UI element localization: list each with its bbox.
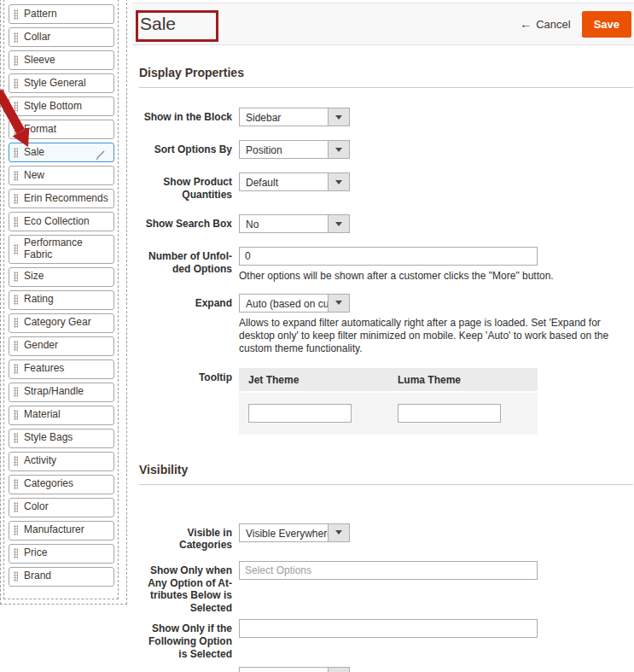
field-control: Sidebar: [232, 108, 633, 126]
select-arrow-button[interactable]: [328, 215, 349, 232]
drag-handle-icon[interactable]: [14, 125, 18, 135]
save-button[interactable]: Save: [582, 11, 631, 38]
drag-handle-icon[interactable]: [14, 295, 18, 305]
sidebar-item-sleeve[interactable]: Sleeve: [9, 50, 114, 70]
field-control: No: [232, 214, 633, 233]
sidebar-item-label: Strap/Handle: [24, 386, 109, 398]
select-value: No: [240, 668, 328, 672]
drag-handle-icon[interactable]: [14, 148, 18, 158]
select-show-in-the-block[interactable]: Sidebar: [239, 108, 350, 126]
field-note: Allows to expand filter automatically ri…: [239, 317, 633, 356]
tooltip-column-header: Jet Theme: [239, 368, 388, 391]
sidebar-item-categories[interactable]: Categories: [9, 475, 114, 494]
header-actions: ←Cancel Save: [520, 11, 631, 38]
drag-handle-icon[interactable]: [14, 456, 18, 466]
drag-handle-icon[interactable]: [14, 387, 18, 397]
input-show-only-if-the-following-option-is-selected[interactable]: [239, 619, 538, 638]
attribute-sidebar: PatternCollarSleeveStyle GeneralStyle Bo…: [3, 0, 119, 599]
select-show-icon-on-the-product-page[interactable]: No: [239, 667, 350, 672]
drag-handle-icon[interactable]: [14, 217, 18, 227]
sidebar-item-style-bottom[interactable]: Style Bottom: [9, 96, 114, 116]
drag-handle-icon[interactable]: [14, 433, 18, 443]
sidebar-item-performance-fabric[interactable]: Performance Fabric: [9, 235, 114, 264]
field-label: Tooltip: [139, 368, 232, 435]
sidebar-item-label: Gender: [24, 340, 109, 352]
drag-handle-icon[interactable]: [14, 194, 18, 204]
select-arrow-button[interactable]: [328, 524, 349, 541]
select-arrow-button[interactable]: [328, 173, 349, 190]
drag-handle-icon[interactable]: [14, 502, 18, 512]
field-note: Other options will be shown after a cust…: [239, 270, 633, 283]
sidebar-item-format[interactable]: Format: [9, 120, 114, 139]
sidebar-item-price[interactable]: Price: [9, 544, 114, 564]
dropdown-arrow-icon: [335, 148, 342, 152]
drag-handle-icon[interactable]: [14, 571, 18, 581]
drag-handle-icon[interactable]: [14, 244, 18, 254]
sidebar-item-size[interactable]: Size: [9, 267, 114, 287]
drag-handle-icon[interactable]: [14, 171, 18, 181]
select-expand[interactable]: Auto (based on custom: [239, 294, 350, 313]
sidebar-item-new[interactable]: New: [9, 166, 114, 185]
select-arrow-button[interactable]: [328, 141, 349, 158]
field-label: Show Search Box: [139, 214, 232, 233]
drag-handle-icon[interactable]: [14, 341, 18, 351]
sidebar-item-category-gear[interactable]: Category Gear: [9, 313, 114, 333]
drag-handle-icon[interactable]: [14, 548, 18, 558]
select-value: Position: [240, 141, 328, 158]
drag-handle-icon[interactable]: [14, 79, 18, 89]
select-show-product-quantities[interactable]: Default: [239, 172, 350, 191]
field-label: Expand: [139, 294, 232, 356]
sidebar-item-material[interactable]: Material: [9, 406, 114, 425]
drag-handle-icon[interactable]: [14, 32, 18, 43]
select-visible-in-categories[interactable]: Visible Everywhere: [239, 523, 350, 542]
form-row: Show Product QuantitiesDefault: [139, 172, 633, 201]
sidebar-item-sale[interactable]: Sale: [9, 143, 114, 162]
edit-pencil-icon[interactable]: [95, 149, 107, 161]
sidebar-item-collar[interactable]: Collar: [9, 27, 114, 47]
sidebar-item-color[interactable]: Color: [9, 498, 114, 517]
tooltip-cell: [239, 404, 388, 423]
select-show-search-box[interactable]: No: [239, 214, 350, 233]
sidebar-item-features[interactable]: Features: [9, 359, 114, 379]
drag-handle-icon[interactable]: [14, 56, 18, 66]
drag-handle-icon[interactable]: [14, 102, 18, 112]
sidebar-item-label: Material: [24, 409, 109, 421]
sidebar-item-brand[interactable]: Brand: [9, 567, 114, 587]
drag-handle-icon[interactable]: [14, 410, 18, 420]
sidebar-item-gender[interactable]: Gender: [9, 336, 114, 356]
input-number-of-unfol-ded-options[interactable]: [239, 247, 538, 266]
drag-handle-icon[interactable]: [14, 479, 18, 489]
form-row: Show Search BoxNo: [139, 214, 633, 233]
select-arrow-button[interactable]: [328, 668, 349, 672]
sidebar-item-rating[interactable]: Rating: [9, 290, 114, 310]
sidebar-item-eco-collection[interactable]: Eco Collection: [9, 212, 114, 231]
form-row: Show Icon on the Product PageNoUpload im…: [139, 667, 633, 672]
select-arrow-button[interactable]: [328, 108, 349, 126]
page-title: Sale: [140, 14, 176, 34]
sidebar-item-activity[interactable]: Activity: [9, 452, 114, 471]
select-arrow-button[interactable]: [328, 295, 349, 312]
cancel-button[interactable]: ←Cancel: [520, 17, 570, 31]
drag-handle-icon[interactable]: [14, 525, 18, 535]
drag-handle-icon[interactable]: [14, 364, 18, 374]
select-value: Default: [240, 173, 328, 190]
select-value: No: [240, 215, 328, 232]
input-show-only-when-any-option-of-at-tributes-below-is-selected[interactable]: [239, 561, 538, 580]
select-sort-options-by[interactable]: Position: [239, 140, 350, 159]
drag-handle-icon[interactable]: [14, 272, 18, 282]
field-label: Visible in Categories: [139, 523, 232, 552]
sidebar-item-strap-handle[interactable]: Strap/Handle: [9, 383, 114, 402]
sidebar-item-style-bags[interactable]: Style Bags: [9, 429, 114, 448]
tooltip-input-luma-theme[interactable]: [398, 404, 501, 423]
section-title-display-properties: Display Properties: [139, 66, 633, 88]
sidebar-item-label: Eco Collection: [24, 216, 109, 228]
tooltip-input-jet-theme[interactable]: [248, 404, 352, 423]
sidebar-item-style-general[interactable]: Style General: [9, 73, 114, 93]
tooltip-theme-table: Jet ThemeLuma Theme: [239, 368, 538, 435]
drag-handle-icon[interactable]: [14, 318, 18, 328]
sidebar-item-pattern[interactable]: Pattern: [9, 4, 114, 24]
field-control: Auto (based on customAllows to expand fi…: [232, 294, 633, 356]
drag-handle-icon[interactable]: [14, 9, 18, 20]
sidebar-item-manufacturer[interactable]: Manufacturer: [9, 521, 114, 541]
sidebar-item-erin-recommends[interactable]: Erin Recommends: [9, 189, 114, 208]
